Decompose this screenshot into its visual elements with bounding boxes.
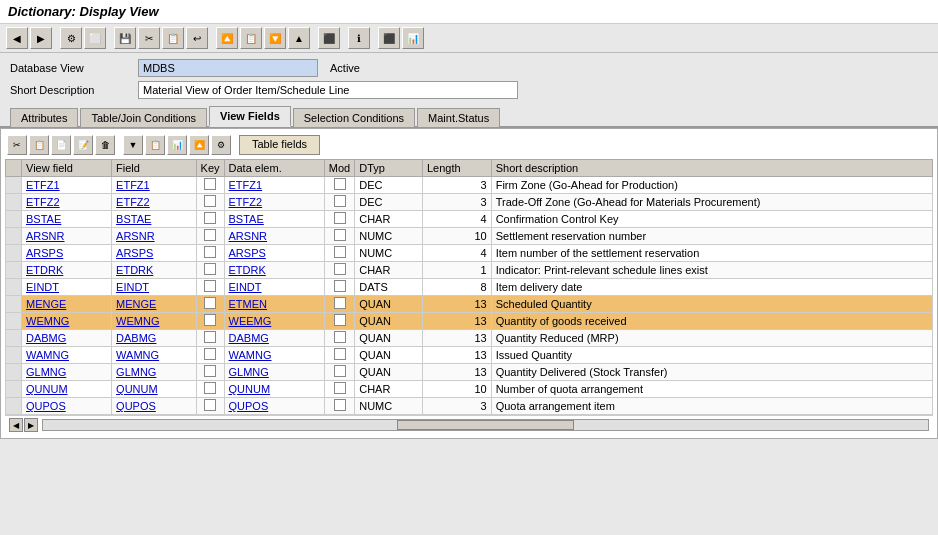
cell-data-elem[interactable]: QUPOS [224,398,324,415]
cell-key[interactable] [196,279,224,296]
cell-data-elem[interactable]: ETFZ2 [224,194,324,211]
cell-mod[interactable] [324,262,354,279]
cell-data-elem[interactable]: ETFZ1 [224,177,324,194]
cell-view-field[interactable]: BSTAE [22,211,112,228]
toolbar-btn-7[interactable]: 📋 [240,27,262,49]
copy-btn[interactable]: 📋 [29,135,49,155]
cell-view-field[interactable]: QUNUM [22,381,112,398]
cell-key[interactable] [196,347,224,364]
tab-maint-status[interactable]: Maint.Status [417,108,500,127]
table-fields-btn[interactable]: Table fields [239,135,320,155]
cell-field[interactable]: WEMNG [112,313,196,330]
cell-mod[interactable] [324,381,354,398]
cell-mod[interactable] [324,330,354,347]
nav-back-btn[interactable]: ◀ [6,27,28,49]
cell-mod[interactable] [324,228,354,245]
cell-mod[interactable] [324,347,354,364]
toolbar-save-btn[interactable]: 💾 [114,27,136,49]
config-btn[interactable]: ⚙ [211,135,231,155]
cell-view-field[interactable]: QUPOS [22,398,112,415]
cell-data-elem[interactable]: ETDRK [224,262,324,279]
cell-view-field[interactable]: WAMNG [22,347,112,364]
up-btn[interactable]: 🔼 [189,135,209,155]
cell-data-elem[interactable]: ETMEN [224,296,324,313]
cell-data-elem[interactable]: BSTAE [224,211,324,228]
toolbar-btn-1[interactable]: ⚙ [60,27,82,49]
filter-btn[interactable]: ▼ [123,135,143,155]
cell-mod[interactable] [324,398,354,415]
cell-key[interactable] [196,364,224,381]
cell-view-field[interactable]: ARSNR [22,228,112,245]
cell-key[interactable] [196,330,224,347]
scrollbar-thumb[interactable] [397,420,574,430]
horizontal-scrollbar[interactable] [42,419,929,431]
delete-btn[interactable]: 🗑 [95,135,115,155]
cell-field[interactable]: GLMNG [112,364,196,381]
cell-key[interactable] [196,194,224,211]
cell-mod[interactable] [324,296,354,313]
cell-field[interactable]: ETFZ1 [112,177,196,194]
cell-mod[interactable] [324,194,354,211]
cell-field[interactable]: ETFZ2 [112,194,196,211]
cell-field[interactable]: QUPOS [112,398,196,415]
cell-data-elem[interactable]: QUNUM [224,381,324,398]
cell-field[interactable]: MENGE [112,296,196,313]
cell-key[interactable] [196,398,224,415]
cell-mod[interactable] [324,211,354,228]
cell-view-field[interactable]: MENGE [22,296,112,313]
cell-view-field[interactable]: WEMNG [22,313,112,330]
toolbar-btn-12[interactable]: ⬛ [378,27,400,49]
cell-field[interactable]: ARSPS [112,245,196,262]
cell-key[interactable] [196,245,224,262]
db-view-input[interactable] [138,59,318,77]
cell-view-field[interactable]: ETFZ2 [22,194,112,211]
cell-field[interactable]: ETDRK [112,262,196,279]
cell-field[interactable]: BSTAE [112,211,196,228]
cell-field[interactable]: EINDT [112,279,196,296]
cell-view-field[interactable]: ETFZ1 [22,177,112,194]
cell-view-field[interactable]: GLMNG [22,364,112,381]
cell-mod[interactable] [324,313,354,330]
cell-view-field[interactable]: ETDRK [22,262,112,279]
cell-data-elem[interactable]: EINDT [224,279,324,296]
scroll-right-btn[interactable]: ▶ [24,418,38,432]
tab-view-fields[interactable]: View Fields [209,106,291,127]
cell-data-elem[interactable]: ARSPS [224,245,324,262]
toolbar-btn-5[interactable]: ↩ [186,27,208,49]
cell-key[interactable] [196,177,224,194]
tab-join-conditions[interactable]: Table/Join Conditions [80,108,207,127]
short-desc-input[interactable] [138,81,518,99]
toolbar-btn-10[interactable]: ⬛ [318,27,340,49]
tab-selection-conditions[interactable]: Selection Conditions [293,108,415,127]
cell-key[interactable] [196,381,224,398]
cell-data-elem[interactable]: ARSNR [224,228,324,245]
toolbar-btn-4[interactable]: 📋 [162,27,184,49]
cell-key[interactable] [196,296,224,313]
cell-view-field[interactable]: EINDT [22,279,112,296]
toolbar-btn-13[interactable]: 📊 [402,27,424,49]
cell-mod[interactable] [324,245,354,262]
cell-key[interactable] [196,313,224,330]
toolbar-btn-2[interactable]: ⬜ [84,27,106,49]
cell-mod[interactable] [324,177,354,194]
tab-attributes[interactable]: Attributes [10,108,78,127]
cell-field[interactable]: WAMNG [112,347,196,364]
toolbar-btn-3[interactable]: ✂ [138,27,160,49]
table-btn[interactable]: 📊 [167,135,187,155]
cell-key[interactable] [196,211,224,228]
scroll-left-btn[interactable]: ◀ [9,418,23,432]
cell-view-field[interactable]: ARSPS [22,245,112,262]
cell-data-elem[interactable]: WEEMG [224,313,324,330]
cell-field[interactable]: DABMG [112,330,196,347]
toolbar-btn-6[interactable]: 🔼 [216,27,238,49]
paste-btn[interactable]: 📄 [51,135,71,155]
cell-key[interactable] [196,228,224,245]
append-btn[interactable]: 📝 [73,135,93,155]
nav-fwd-btn[interactable]: ▶ [30,27,52,49]
toolbar-btn-9[interactable]: ▲ [288,27,310,49]
table-scroll-area[interactable]: View field Field Key Data elem. Mod DTyp… [5,159,933,415]
cell-data-elem[interactable]: WAMNG [224,347,324,364]
cell-view-field[interactable]: DABMG [22,330,112,347]
cell-mod[interactable] [324,364,354,381]
cell-data-elem[interactable]: GLMNG [224,364,324,381]
